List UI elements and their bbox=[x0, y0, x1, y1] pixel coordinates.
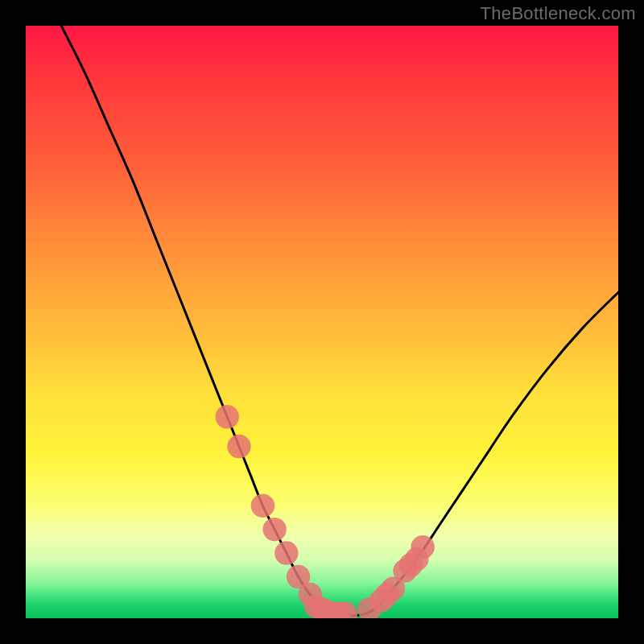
marker-point bbox=[275, 541, 298, 564]
marker-point bbox=[411, 535, 434, 559]
chart-svg bbox=[26, 26, 618, 618]
watermark-text: TheBottleneck.com bbox=[481, 3, 636, 24]
marker-point bbox=[251, 493, 275, 517]
marker-point bbox=[216, 405, 239, 428]
marker-point bbox=[262, 518, 286, 541]
markers-group bbox=[216, 405, 435, 618]
marker-point bbox=[227, 435, 250, 458]
plot-area bbox=[26, 26, 618, 618]
bottleneck-curve bbox=[61, 26, 618, 616]
chart-stage: TheBottleneck.com bbox=[0, 0, 644, 644]
